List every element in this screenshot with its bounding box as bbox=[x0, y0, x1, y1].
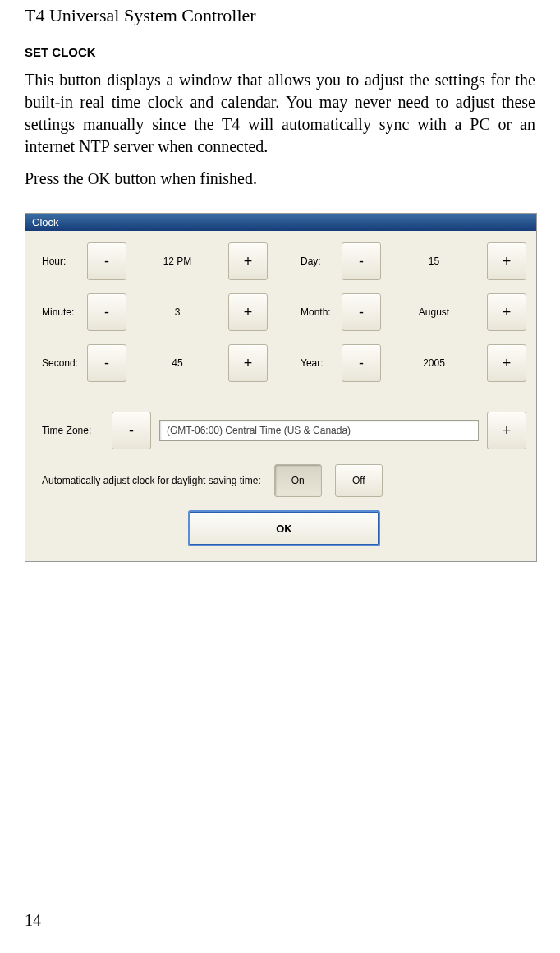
p2-ok: OK bbox=[88, 170, 110, 187]
hour-label: Hour: bbox=[42, 256, 87, 267]
minute-plus-button[interactable]: + bbox=[228, 293, 268, 331]
time-column: Hour: - 12 PM + Minute: - 3 + Second: - bbox=[42, 242, 268, 395]
day-label: Day: bbox=[301, 256, 342, 267]
second-value: 45 bbox=[126, 357, 228, 369]
day-minus-button[interactable]: - bbox=[342, 242, 381, 280]
day-value: 15 bbox=[381, 256, 487, 267]
month-plus-button[interactable]: + bbox=[487, 293, 526, 331]
year-plus-button[interactable]: + bbox=[487, 344, 526, 382]
year-minus-button[interactable]: - bbox=[342, 344, 381, 382]
paragraph-1: This button displays a window that allow… bbox=[25, 69, 535, 158]
second-plus-button[interactable]: + bbox=[228, 344, 268, 382]
month-minus-button[interactable]: - bbox=[342, 293, 381, 331]
day-plus-button[interactable]: + bbox=[487, 242, 526, 280]
paragraph-2: Press the OK button when finished. bbox=[25, 168, 535, 190]
dst-off-button[interactable]: Off bbox=[335, 464, 383, 497]
minute-label: Minute: bbox=[42, 306, 87, 318]
hour-plus-button[interactable]: + bbox=[228, 242, 268, 280]
month-label: Month: bbox=[301, 306, 342, 318]
hour-value: 12 PM bbox=[126, 256, 228, 267]
second-label: Second: bbox=[42, 357, 87, 369]
minute-minus-button[interactable]: - bbox=[87, 293, 126, 331]
second-minus-button[interactable]: - bbox=[87, 344, 126, 382]
hour-minus-button[interactable]: - bbox=[87, 242, 126, 280]
date-column: Day: - 15 + Month: - August + Year: - bbox=[301, 242, 526, 395]
page-number: 14 bbox=[25, 911, 41, 930]
year-label: Year: bbox=[301, 357, 342, 369]
year-value: 2005 bbox=[381, 357, 487, 369]
timezone-minus-button[interactable]: - bbox=[112, 412, 151, 449]
month-value: August bbox=[381, 306, 487, 318]
ok-button[interactable]: OK bbox=[188, 510, 380, 546]
dst-label: Automatically adjust clock for daylight … bbox=[42, 475, 261, 486]
section-title: SET CLOCK bbox=[25, 45, 535, 59]
minute-value: 3 bbox=[126, 306, 228, 318]
clock-dialog: Clock Hour: - 12 PM + Minute: - 3 + bbox=[25, 213, 537, 562]
doc-header: T4 Universal System Controller bbox=[25, 0, 535, 30]
dst-on-button[interactable]: On bbox=[274, 464, 322, 497]
timezone-plus-button[interactable]: + bbox=[487, 412, 526, 449]
p2-pre: Press the bbox=[25, 169, 88, 187]
timezone-label: Time Zone: bbox=[42, 425, 103, 436]
timezone-display: (GMT-06:00) Central Time (US & Canada) bbox=[159, 420, 479, 441]
p2-post: button when finished. bbox=[110, 169, 257, 187]
dialog-titlebar: Clock bbox=[25, 214, 536, 231]
